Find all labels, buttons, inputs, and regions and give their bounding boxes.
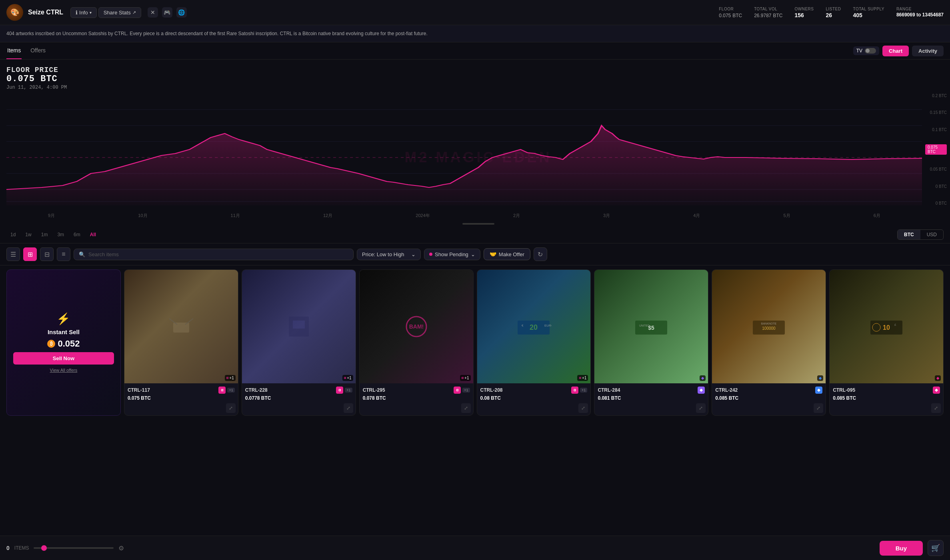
header-tabs: ℹ Info ▾ Share Stats ↗: [70, 7, 141, 18]
info-tab[interactable]: ℹ Info ▾: [70, 7, 97, 18]
instant-sell-price: ₿ 0.052: [47, 339, 80, 349]
close-icon[interactable]: ✕: [148, 7, 158, 18]
platform-icon: α: [571, 387, 578, 394]
make-offer-button[interactable]: 🤝 Make Offer: [484, 248, 530, 260]
expand-icon[interactable]: ⤢: [578, 403, 588, 413]
expand-icon[interactable]: ⤢: [226, 403, 236, 413]
time-3m[interactable]: 3m: [53, 230, 68, 239]
svg-text:20: 20: [530, 323, 538, 331]
tabs-right-controls: TV Chart Activity: [853, 46, 944, 56]
nft-price: 0.08 BTC: [480, 395, 588, 401]
time-all[interactable]: All: [86, 230, 100, 239]
nft-image-ctrl095: 10 £ ◆: [830, 270, 943, 383]
svg-text:UNITED: UNITED: [639, 324, 650, 327]
svg-rect-11: [293, 321, 305, 329]
tab-items[interactable]: Items: [6, 42, 22, 59]
plus-badge: +1: [462, 388, 470, 393]
chart-container: FLOOR PRICE 0.075 BTC Jun 11, 2024, 4:00…: [0, 60, 950, 226]
svg-rect-7: [173, 323, 189, 333]
time-1m[interactable]: 1m: [37, 230, 52, 239]
tv-toggle[interactable]: [865, 48, 876, 54]
share-stats-tab[interactable]: Share Stats ↗: [98, 7, 141, 18]
nft-image-ctrl208: 20 € EURO α +1: [477, 270, 591, 383]
expand-icon[interactable]: ⤢: [696, 403, 706, 413]
filter-toggle-button[interactable]: ☰: [6, 247, 20, 261]
chart-view-button[interactable]: Chart: [882, 46, 909, 56]
chevron-down-icon: ⌄: [411, 251, 416, 257]
platform-icon: α: [218, 387, 226, 394]
compact-grid-button[interactable]: ⊟: [40, 247, 54, 261]
collection-stats: FLOOR 0.075 BTC TOTAL VOL 26.9787 BTC OW…: [719, 7, 944, 18]
scroll-indicator: [6, 221, 950, 226]
nft-actions: ⤢: [360, 403, 473, 415]
currency-usd[interactable]: USD: [920, 230, 943, 239]
tab-offers[interactable]: Offers: [30, 42, 46, 59]
plus-badge: +1: [580, 388, 587, 393]
nft-card-ctrl117[interactable]: α +1 CTRL-117 α +1 0.075 BTC ⤢: [124, 269, 238, 416]
chevron-down-icon: ⌄: [471, 251, 475, 257]
nft-card-ctrl284[interactable]: $5 UNITED ◆ CTRL-284 ◆ 0.081 BTC ⤢: [594, 269, 708, 416]
nft-actions: ⤢: [830, 403, 943, 415]
time-filter-bar: 1d 1w 1m 3m 6m All BTC USD: [0, 226, 950, 243]
expand-icon[interactable]: ⤢: [931, 403, 941, 413]
expand-icon[interactable]: ⤢: [461, 403, 471, 413]
sell-now-button[interactable]: Sell Now: [13, 352, 114, 365]
lightning-icon: ⚡: [56, 312, 70, 325]
nft-image-ctrl295: BAM! α +1: [360, 270, 473, 383]
nft-card-ctrl095[interactable]: 10 £ ◆ CTRL-095 ◆ 0.085 BTC ⤢: [829, 269, 944, 416]
nft-badge: ◆: [817, 375, 823, 381]
page-header: 🎨 Seize CTRL ℹ Info ▾ Share Stats ↗ ✕ 🎮 …: [0, 0, 950, 25]
collection-title: Seize CTRL: [28, 9, 63, 16]
expand-icon[interactable]: ⤢: [814, 403, 823, 413]
refresh-button[interactable]: ↻: [534, 247, 547, 261]
time-1w[interactable]: 1w: [21, 230, 35, 239]
pending-indicator: [429, 253, 432, 256]
activity-view-button[interactable]: Activity: [912, 46, 944, 56]
svg-line-9: [185, 319, 193, 325]
nft-card-ctrl208[interactable]: 20 € EURO α +1 CTRL-208 α +1 0.08 BTC ⤢: [477, 269, 591, 416]
time-6m[interactable]: 6m: [70, 230, 84, 239]
nft-price: 0.075 BTC: [128, 395, 235, 401]
nft-badge: α +1: [225, 375, 236, 381]
nft-info: CTRL-295 α +1 0.078 BTC: [360, 383, 473, 403]
nft-actions: ⤢: [124, 403, 238, 415]
sort-dropdown[interactable]: Price: Low to High ⌄: [357, 249, 421, 260]
grid-view-button[interactable]: ⊞: [23, 247, 37, 261]
main-tabs-row: Items Offers TV Chart Activity: [0, 42, 950, 60]
nft-badge: α +1: [577, 375, 588, 381]
nft-card-ctrl295[interactable]: BAM! α +1 CTRL-295 α +1 0.078 BTC ⤢: [359, 269, 474, 416]
nft-badge: ◆: [935, 375, 941, 381]
nft-card-ctrl228[interactable]: α +1 CTRL-228 α +1 0.0778 BTC ⤢: [242, 269, 356, 416]
nft-info: CTRL-117 α +1 0.075 BTC: [124, 383, 238, 403]
search-icon: 🔍: [79, 251, 85, 257]
nft-card-ctrl242[interactable]: 100000 BANKNOTE ◆ CTRL-242 ◆ 0.085 BTC ⤢: [712, 269, 826, 416]
stat-listed: LISTED 26: [826, 7, 841, 18]
btc-coin-icon: ₿: [47, 340, 55, 348]
instant-sell-card: ⚡ Instant Sell ₿ 0.052 Sell Now View All…: [6, 269, 121, 416]
time-1d[interactable]: 1d: [6, 230, 20, 239]
svg-text:BANKNOTE: BANKNOTE: [761, 322, 777, 325]
game-icon[interactable]: 🎮: [162, 7, 172, 18]
platform-icon: ◆: [933, 387, 940, 394]
y-label-2: 0.15 BTC: [930, 110, 947, 115]
nft-info: CTRL-242 ◆ 0.085 BTC: [712, 383, 826, 403]
description-banner: 404 artworks inscribed on Uncommon Satos…: [0, 25, 950, 42]
expand-icon[interactable]: ⤢: [344, 403, 353, 413]
collection-avatar: 🎨: [6, 4, 23, 21]
info-icon: ℹ: [76, 10, 78, 16]
nft-info: CTRL-095 ◆ 0.085 BTC: [830, 383, 943, 403]
list-view-button[interactable]: ≡: [57, 247, 70, 261]
currency-btc[interactable]: BTC: [898, 230, 920, 239]
nft-price: 0.085 BTC: [715, 395, 822, 401]
show-pending-button[interactable]: Show Pending ⌄: [424, 249, 480, 260]
platform-icon: ◆: [815, 387, 822, 394]
tv-badge: TV: [853, 46, 879, 55]
globe-icon[interactable]: 🌐: [176, 7, 187, 18]
stat-floor: FLOOR 0.075 BTC: [719, 7, 742, 18]
nft-actions: ⤢: [242, 403, 356, 415]
y-label-6: 0 BTC: [936, 201, 947, 205]
stat-total-vol: TOTAL VOL 26.9787 BTC: [754, 7, 782, 18]
nft-badge: ◆: [700, 375, 706, 381]
view-all-offers-link[interactable]: View All offers: [50, 368, 78, 373]
search-input[interactable]: [88, 251, 348, 257]
